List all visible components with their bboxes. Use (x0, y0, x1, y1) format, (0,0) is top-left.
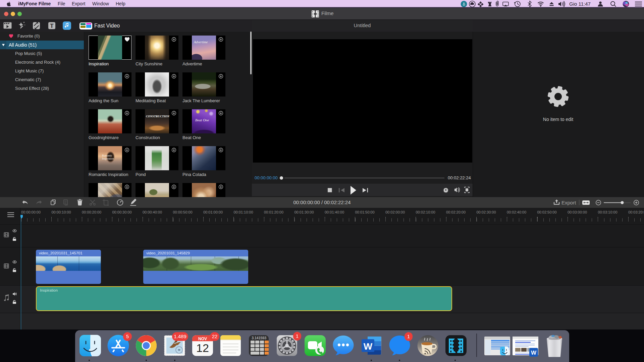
svg-text:W: W (364, 341, 373, 352)
svg-text:12: 12 (196, 342, 209, 354)
svg-text:Export: Export (561, 200, 576, 205)
svg-text:W: W (531, 350, 537, 356)
svg-text:δ: δ (463, 2, 465, 7)
svg-text:T: T (50, 23, 54, 29)
svg-text:NOV: NOV (198, 337, 207, 341)
svg-text:3.141593: 3.141593 (252, 336, 266, 340)
